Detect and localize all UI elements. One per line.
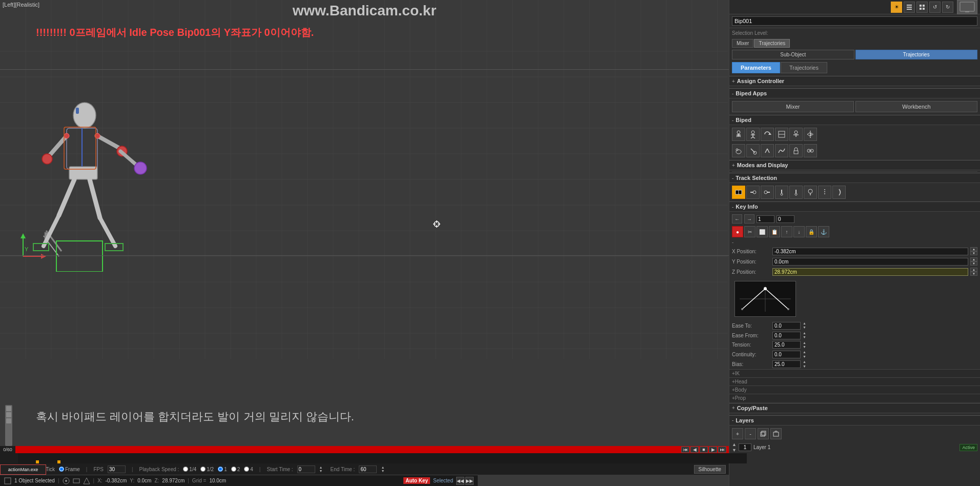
biped-poses-icon[interactable] bbox=[746, 128, 760, 141]
frame-radio-label[interactable]: Frame bbox=[59, 467, 80, 472]
playback-bar[interactable]: 0 / 60 ⏮ ◀ ■ ▶ ⏭ bbox=[0, 446, 729, 453]
end-time-spinner[interactable]: ▲ ▼ bbox=[381, 465, 388, 473]
biped-symmetry-icon[interactable] bbox=[789, 128, 803, 141]
bias-spinner[interactable]: ▲ ▼ bbox=[803, 360, 810, 369]
biped-scale-icon[interactable] bbox=[775, 128, 788, 141]
y-spin-down[interactable]: ▼ bbox=[970, 261, 977, 266]
ik-section[interactable]: +IK bbox=[729, 369, 980, 377]
key-lock-btn[interactable]: 🔒 bbox=[806, 226, 817, 237]
track-tail-btn[interactable] bbox=[832, 186, 846, 199]
head-section[interactable]: +Head bbox=[729, 377, 980, 386]
prop-section[interactable]: +Prop bbox=[729, 394, 980, 402]
auto-key-badge[interactable]: Auto Key bbox=[403, 477, 430, 484]
x-pos-input[interactable] bbox=[772, 248, 968, 255]
speed-1-4-radio[interactable] bbox=[183, 467, 188, 472]
biped-lock-icon[interactable] bbox=[789, 144, 803, 157]
speed-1-2-radio[interactable] bbox=[200, 467, 206, 472]
x-pos-spinner[interactable]: ▲ ▼ bbox=[970, 247, 977, 255]
biped-apps-header[interactable]: - Biped Apps bbox=[729, 88, 980, 98]
trajectories-btn[interactable]: Trajectories bbox=[855, 50, 978, 59]
key-num-input[interactable] bbox=[757, 215, 774, 223]
body-section[interactable]: +Body bbox=[729, 386, 980, 394]
object-name-input[interactable] bbox=[732, 16, 977, 26]
key-next-btn[interactable]: → bbox=[744, 214, 754, 224]
y-pos-spinner[interactable]: ▲ ▼ bbox=[970, 257, 977, 266]
key-up-btn[interactable]: ↑ bbox=[781, 226, 792, 237]
stop-btn[interactable]: ■ bbox=[700, 447, 708, 453]
assign-controller-header[interactable]: + Assign Controller bbox=[729, 76, 980, 86]
tension-spinner[interactable]: ▲ ▼ bbox=[803, 341, 810, 350]
speed-2-radio[interactable] bbox=[231, 467, 236, 472]
speed-1-4-label[interactable]: 1/4 bbox=[183, 467, 196, 472]
silhouette-btn[interactable]: Silhouette bbox=[694, 465, 726, 474]
biped-header[interactable]: - Biped bbox=[729, 115, 980, 125]
ease-from-spinner[interactable]: ▲ ▼ bbox=[803, 331, 810, 340]
biped-fk-icon[interactable] bbox=[761, 144, 774, 157]
fps-input[interactable] bbox=[108, 465, 126, 473]
track-sel-header[interactable]: - Track Selection bbox=[729, 173, 980, 183]
layer-num-input[interactable] bbox=[739, 443, 751, 451]
mixer-btn[interactable]: Mixer bbox=[732, 101, 854, 112]
play-controls[interactable]: ⏮ ◀ ■ ▶ ⏭ bbox=[681, 447, 726, 453]
biped-motion-icon[interactable] bbox=[775, 144, 788, 157]
ease-from-input[interactable] bbox=[772, 332, 801, 339]
tension-input[interactable] bbox=[772, 341, 801, 349]
key-delete-btn[interactable]: ● bbox=[732, 226, 743, 237]
layer-paste-btn[interactable] bbox=[770, 428, 782, 439]
track-l-leg-btn[interactable] bbox=[775, 186, 788, 199]
prev-frame-btn[interactable]: ⏮ bbox=[681, 447, 689, 453]
trajectories-main-tab[interactable]: Trajectories bbox=[781, 62, 827, 73]
modes-display-header[interactable]: + Modes and Display bbox=[729, 160, 980, 170]
key-scissors-btn[interactable]: ✂ bbox=[744, 226, 756, 237]
toolbar-sun-icon[interactable]: ☀ bbox=[891, 2, 902, 13]
end-time-input[interactable] bbox=[359, 465, 377, 473]
key-prev-btn[interactable]: ← bbox=[732, 214, 742, 224]
layer-copy-btn[interactable] bbox=[758, 428, 769, 439]
nav-buttons[interactable]: ◀◀ ▶▶ bbox=[456, 477, 474, 485]
bias-input[interactable] bbox=[772, 360, 801, 368]
continuity-input[interactable] bbox=[772, 351, 801, 358]
key-info-header[interactable]: - Key Info bbox=[729, 201, 980, 212]
speed-2-label[interactable]: 2 bbox=[231, 467, 240, 472]
frame-indicator[interactable]: 0 / 60 bbox=[0, 446, 15, 453]
speed-1-radio[interactable] bbox=[218, 467, 223, 472]
next-btn[interactable]: ▶▶ bbox=[465, 477, 474, 485]
key-down-btn[interactable]: ↓ bbox=[793, 226, 805, 237]
toolbar-grid-icon[interactable] bbox=[916, 2, 928, 13]
biped-mirror-icon[interactable] bbox=[804, 128, 817, 141]
biped-run-icon[interactable] bbox=[732, 128, 745, 141]
timeline-region[interactable]: 0 / 60 ⏮ ◀ ■ ▶ ⏭ 0 2 bbox=[0, 446, 729, 475]
speed-4-label[interactable]: 4 bbox=[244, 467, 253, 472]
start-time-spinner[interactable]: ▲ ▼ bbox=[319, 465, 326, 473]
x-spin-up[interactable]: ▲ bbox=[970, 247, 977, 251]
workbench-btn[interactable]: Workbench bbox=[855, 101, 977, 112]
ease-to-input[interactable] bbox=[772, 322, 801, 330]
track-head-btn[interactable] bbox=[804, 186, 817, 199]
toolbar-redo-icon[interactable]: ↻ bbox=[942, 2, 953, 13]
play-btn[interactable]: ▶ bbox=[709, 447, 717, 453]
z-pos-spinner[interactable]: ▲ ▼ bbox=[970, 268, 977, 276]
prev-btn[interactable]: ◀◀ bbox=[456, 477, 464, 485]
x-spin-down[interactable]: ▼ bbox=[970, 251, 977, 255]
copy-paste-header[interactable]: + Copy/Paste bbox=[729, 403, 980, 413]
y-pos-input[interactable] bbox=[772, 258, 968, 266]
continuity-spinner[interactable]: ▲ ▼ bbox=[803, 350, 810, 359]
track-l-arm-btn[interactable] bbox=[746, 186, 760, 199]
layers-header[interactable]: - Layers bbox=[729, 415, 980, 426]
play-back-btn[interactable]: ◀ bbox=[690, 447, 699, 453]
z-pos-input[interactable] bbox=[772, 268, 968, 276]
track-body-btn[interactable] bbox=[732, 186, 745, 199]
track-r-arm-btn[interactable] bbox=[761, 186, 774, 199]
biped-link-icon[interactable] bbox=[804, 144, 817, 157]
toolbar-settings-icon[interactable] bbox=[904, 2, 915, 13]
ease-to-spinner[interactable]: ▲ ▼ bbox=[803, 321, 810, 330]
biped-rotate-icon[interactable] bbox=[761, 128, 774, 141]
start-time-input[interactable] bbox=[297, 465, 315, 473]
y-spin-up[interactable]: ▲ bbox=[970, 257, 977, 261]
biped-ik-icon[interactable] bbox=[746, 144, 760, 157]
frame-radio[interactable] bbox=[59, 467, 64, 472]
speed-1-label[interactable]: 1 bbox=[218, 467, 227, 472]
track-r-leg-btn[interactable] bbox=[789, 186, 803, 199]
z-spin-up[interactable]: ▲ bbox=[970, 268, 977, 272]
track-spine-btn[interactable] bbox=[818, 186, 831, 199]
